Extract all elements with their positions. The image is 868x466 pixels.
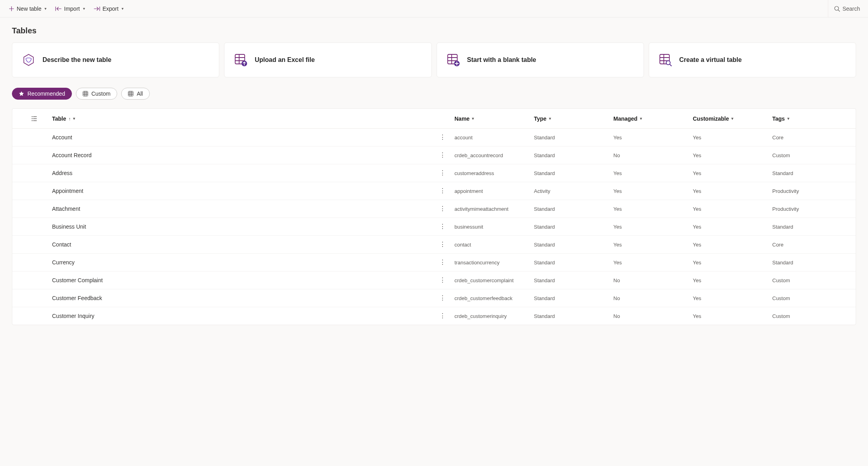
row-customizable: Yes: [693, 291, 772, 305]
table-search-icon: [659, 53, 672, 67]
table-row: Account Record⋮crdeb_accountrecordStanda…: [12, 146, 856, 164]
col-label: Tags: [772, 116, 785, 122]
chevron-down-icon: ▾: [640, 116, 642, 121]
search-icon: [834, 6, 840, 12]
more-vertical-icon: ⋮: [439, 205, 446, 212]
table-row: Customer Inquiry⋮crdeb_customerinquirySt…: [12, 307, 856, 325]
row-managed: Yes: [613, 202, 693, 216]
row-more-button[interactable]: ⋮: [438, 258, 447, 267]
card-describe-table[interactable]: Describe the new table: [12, 42, 219, 77]
card-virtual-table[interactable]: Create a virtual table: [649, 42, 856, 77]
row-display-name[interactable]: Appointment: [52, 184, 431, 198]
row-display-name[interactable]: Address: [52, 166, 431, 180]
row-more-button[interactable]: ⋮: [438, 150, 447, 160]
row-managed: Yes: [613, 256, 693, 270]
row-tags: Productivity: [772, 202, 852, 216]
row-name: crdeb_customercomplaint: [454, 273, 534, 287]
row-display-name[interactable]: Currency: [52, 255, 431, 270]
row-expand-cell: [16, 187, 52, 195]
row-name: businessunit: [454, 220, 534, 234]
row-type: Standard: [534, 166, 613, 180]
chevron-down-icon: ▾: [787, 116, 789, 121]
row-more-button[interactable]: ⋮: [438, 222, 447, 231]
row-name: transactioncurrency: [454, 256, 534, 270]
row-more-button[interactable]: ⋮: [438, 204, 447, 214]
row-display-name[interactable]: Attachment: [52, 202, 431, 216]
table-row: Currency⋮transactioncurrencyStandardYesY…: [12, 254, 856, 272]
row-customizable: Yes: [693, 220, 772, 234]
table-row: Customer Complaint⋮crdeb_customercomplai…: [12, 272, 856, 289]
card-upload-excel[interactable]: Upload an Excel file: [224, 42, 431, 77]
row-more-button[interactable]: ⋮: [438, 293, 447, 303]
row-more-button[interactable]: ⋮: [438, 168, 447, 178]
row-display-name[interactable]: Customer Complaint: [52, 273, 431, 287]
new-table-button[interactable]: New table ▾: [8, 4, 47, 13]
row-managed: Yes: [613, 131, 693, 144]
chevron-down-icon: ▾: [549, 116, 551, 121]
row-name: activitymimeattachment: [454, 202, 534, 216]
search-button[interactable]: Search: [828, 0, 860, 17]
row-more-cell: ⋮: [431, 146, 454, 164]
row-expand-cell: [16, 241, 52, 248]
row-name: account: [454, 131, 534, 144]
col-managed[interactable]: Managed ▾: [613, 116, 693, 122]
filter-label: Recommended: [27, 91, 65, 97]
row-name: contact: [454, 238, 534, 252]
export-button[interactable]: Export ▾: [93, 4, 124, 13]
row-type: Standard: [534, 148, 613, 162]
col-type[interactable]: Type ▾: [534, 116, 613, 122]
row-more-cell: ⋮: [431, 218, 454, 235]
row-type: Standard: [534, 256, 613, 270]
col-label: Type: [534, 116, 547, 122]
card-label: Upload an Excel file: [255, 56, 315, 64]
row-more-button[interactable]: ⋮: [438, 133, 447, 142]
row-more-cell: ⋮: [431, 254, 454, 271]
card-blank-table[interactable]: Start with a blank table: [437, 42, 644, 77]
col-table[interactable]: Table ↑ ▾: [52, 116, 431, 122]
row-expand-cell: [16, 151, 52, 159]
row-expand-cell: [16, 294, 52, 302]
filter-all[interactable]: All: [121, 88, 150, 100]
col-label: Table: [52, 116, 66, 122]
filter-recommended[interactable]: Recommended: [12, 88, 72, 100]
svg-rect-7: [83, 91, 88, 96]
row-more-cell: ⋮: [431, 272, 454, 289]
chevron-down-icon: ▾: [472, 116, 474, 121]
row-display-name[interactable]: Customer Feedback: [52, 291, 431, 305]
row-expand-cell: [16, 205, 52, 213]
more-vertical-icon: ⋮: [439, 152, 446, 158]
star-icon: [19, 91, 24, 96]
more-vertical-icon: ⋮: [439, 277, 446, 283]
table-row: Attachment⋮activitymimeattachmentStandar…: [12, 200, 856, 218]
col-customizable[interactable]: Customizable ▾: [693, 116, 772, 122]
chevron-down-icon: ▾: [73, 116, 75, 121]
row-more-button[interactable]: ⋮: [438, 311, 447, 321]
import-button[interactable]: Import ▾: [54, 4, 86, 13]
row-display-name[interactable]: Account: [52, 130, 431, 144]
row-more-button[interactable]: ⋮: [438, 275, 447, 285]
row-more-button[interactable]: ⋮: [438, 186, 447, 196]
row-tags: Standard: [772, 220, 852, 234]
row-more-button[interactable]: ⋮: [438, 240, 447, 249]
row-display-name[interactable]: Business Unit: [52, 220, 431, 234]
row-managed: No: [613, 148, 693, 162]
row-customizable: Yes: [693, 131, 772, 144]
sort-asc-icon: ↑: [69, 116, 71, 121]
col-name[interactable]: Name ▾: [454, 116, 534, 122]
filter-label: All: [137, 91, 143, 97]
row-tags: Standard: [772, 166, 852, 180]
filter-custom[interactable]: Custom: [76, 88, 117, 100]
row-display-name[interactable]: Account Record: [52, 148, 431, 162]
row-tags: Core: [772, 238, 852, 252]
row-customizable: Yes: [693, 309, 772, 323]
row-type: Standard: [534, 202, 613, 216]
card-label: Start with a blank table: [467, 56, 536, 64]
plus-icon: [9, 6, 14, 12]
row-expand-cell: [16, 169, 52, 177]
row-display-name[interactable]: Contact: [52, 237, 431, 252]
row-more-cell: ⋮: [431, 289, 454, 307]
col-tags[interactable]: Tags ▾: [772, 116, 852, 122]
row-display-name[interactable]: Customer Inquiry: [52, 309, 431, 323]
row-managed: No: [613, 309, 693, 323]
row-customizable: Yes: [693, 184, 772, 198]
